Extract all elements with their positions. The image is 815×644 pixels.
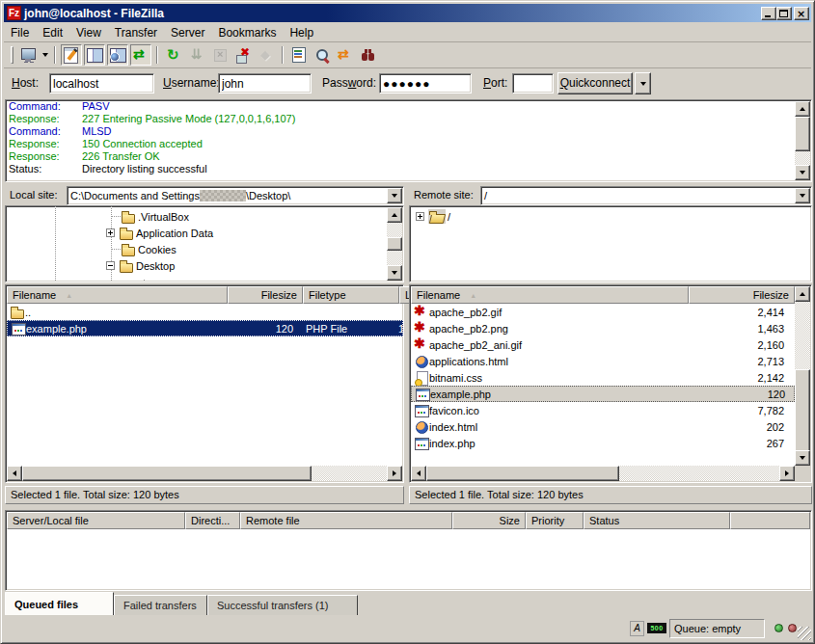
scroll-left-button[interactable] [411,466,426,481]
directory-filters-button[interactable] [288,44,310,66]
quickconnect-button[interactable]: Quickconnect [557,72,633,94]
toggle-transfer-queue-button[interactable] [130,44,151,66]
site-manager-dropdown[interactable] [40,44,50,66]
file-name: applications.html [429,356,508,367]
tab-successful-transfers-1-[interactable]: Successful transfers (1) [207,595,358,615]
file-row[interactable]: example.php120PHP File1 [7,320,403,336]
expand-icon[interactable] [416,212,424,221]
abort-button[interactable] [256,44,277,66]
scroll-up-button[interactable] [387,207,402,223]
menu-server[interactable]: Server [164,24,211,41]
resize-grip[interactable] [798,627,811,640]
scroll-up-button[interactable] [795,101,810,117]
local-tree-scrollbar[interactable] [387,207,402,281]
scrollbar-thumb[interactable] [795,369,810,452]
scroll-right-button[interactable] [387,466,402,481]
tree-item[interactable]: Application Data [106,225,215,241]
password-input[interactable] [379,73,472,94]
tree-item[interactable]: Cookies [121,241,178,257]
menu-file[interactable]: File [4,24,36,41]
queue-size-indicator: Queue: empty [669,619,765,638]
file-row[interactable]: applications.html2,713 [411,353,795,369]
column-header-filesize[interactable]: Filesize [689,286,795,304]
disconnect-button[interactable] [232,44,254,66]
queue-column-serverlocalfile[interactable]: Server/Local file [7,512,185,529]
speed-limit-icon[interactable]: 500 [647,623,666,633]
menu-help[interactable]: Help [283,24,320,41]
scrollbar-thumb[interactable] [426,466,619,481]
expand-icon[interactable] [106,228,115,237]
remote-path-dropdown[interactable] [795,188,810,203]
scroll-down-button[interactable] [795,165,810,180]
file-row[interactable]: bitnami.css2,142 [411,369,795,386]
queue-column-size[interactable]: Size [452,512,526,529]
scroll-down-button[interactable] [387,265,402,281]
queue-column-priority[interactable]: Priority [526,512,584,529]
refresh-button[interactable] [163,44,184,66]
tree-guide [112,216,121,217]
scroll-down-button[interactable] [795,450,810,466]
host-input[interactable] [49,73,154,94]
port-input[interactable] [512,73,554,94]
close-button[interactable]: × [794,7,809,20]
scroll-right-button[interactable] [779,466,795,481]
toggle-remote-tree-button[interactable] [107,44,128,66]
file-modified: 1 [398,323,404,335]
scroll-up-button[interactable] [795,286,810,302]
file-row[interactable]: index.php267 [411,435,795,451]
remote-path-combo[interactable]: / [480,186,812,205]
file-name-cell: example.php [412,386,688,402]
file-row[interactable]: apache_pb2.png1,463 [411,320,795,336]
scrollbar-thumb[interactable] [795,117,810,151]
file-row[interactable]: apache_pb2_ani.gif2,160 [411,336,795,353]
toggle-message-log-button[interactable] [61,44,82,66]
menu-view[interactable]: View [69,24,108,41]
remote-list-vscrollbar[interactable] [795,286,810,466]
process-queue-button[interactable] [186,44,207,66]
find-files-button[interactable] [358,44,379,66]
tab-queued-files[interactable]: Queued files [5,592,114,615]
file-row[interactable]: index.html202 [411,418,795,435]
file-row[interactable]: .. [7,304,403,320]
username-input[interactable] [218,73,312,94]
file-name-cell: favicon.ico [411,402,687,418]
file-row[interactable]: example.php120 [411,386,795,402]
remote-list-hscrollbar[interactable] [411,466,795,481]
tree-item[interactable]: .VirtualBox [121,208,191,225]
column-header-filesize[interactable]: Filesize [228,286,303,304]
local-path-dropdown[interactable] [387,188,402,203]
quickconnect-dropdown[interactable] [635,72,651,94]
scroll-left-button[interactable] [7,466,22,481]
cancel-operation-button[interactable] [209,44,231,66]
transfer-type-icon[interactable]: A [630,621,644,636]
queue-column-remotefile[interactable]: Remote file [240,512,452,529]
toggle-local-tree-button[interactable] [84,44,105,66]
column-header-filename[interactable]: Filename▲ [7,286,228,304]
log-scrollbar[interactable] [795,101,810,180]
file-row[interactable]: favicon.ico7,782 [411,402,795,418]
queue-column-status[interactable]: Status [584,512,730,529]
app-icon[interactable]: Fz [7,6,21,20]
queue-column-directi[interactable]: Directi... [185,512,240,529]
tree-item[interactable]: / [416,208,452,225]
menu-edit[interactable]: Edit [36,24,69,41]
collapse-icon[interactable] [106,261,115,270]
menu-transfer[interactable]: Transfer [108,24,164,41]
tab-failed-transfers[interactable]: Failed transfers [114,595,207,615]
maximize-button[interactable] [776,7,792,20]
scrollbar-thumb[interactable] [387,237,402,251]
synchronized-browsing-button[interactable] [335,44,356,66]
tree-item[interactable]: Desktop [106,257,177,274]
scrollbar-thumb[interactable] [22,466,312,481]
local-list-hscrollbar[interactable] [7,466,402,481]
directory-comparison-button[interactable] [312,44,333,66]
column-header-filename[interactable]: Filename▲ [411,286,689,304]
log-line-type: Response: [9,113,82,125]
minimize-button[interactable] [761,7,776,20]
menu-bookmarks[interactable]: Bookmarks [211,24,283,41]
local-path-combo[interactable]: C:\Documents and Settings\Desktop\ [67,186,404,205]
site-manager-button[interactable] [17,44,39,66]
file-name-cell: .. [7,304,226,320]
column-header-filetype[interactable]: Filetype [303,286,399,304]
file-row[interactable]: apache_pb2.gif2,414 [411,304,795,320]
